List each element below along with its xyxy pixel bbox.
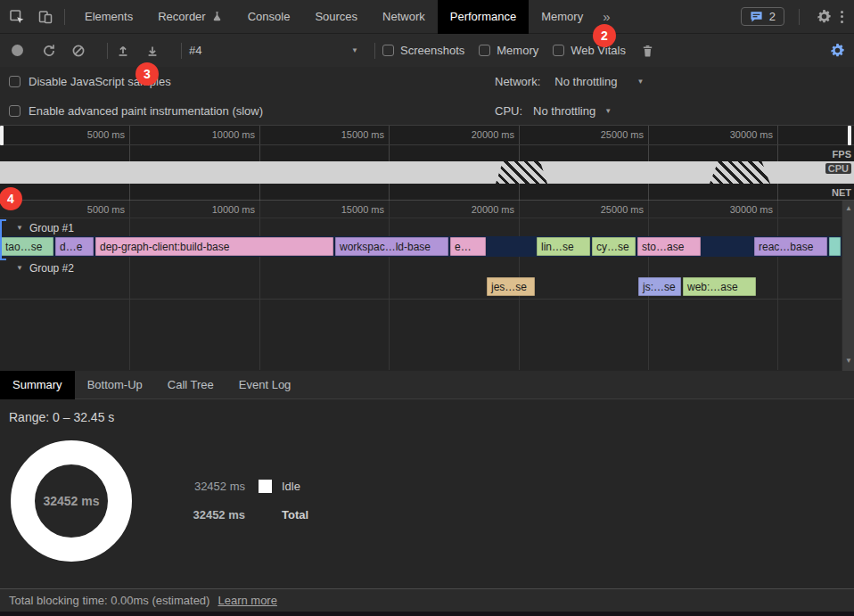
flame-chart[interactable]: 5000 ms10000 ms15000 ms20000 ms25000 ms3…	[0, 201, 854, 371]
flame-bar[interactable]: jes…se	[487, 277, 535, 296]
legend-value: 32452 ms	[183, 480, 245, 493]
flame-bar[interactable]: d…e	[55, 237, 94, 256]
history-select[interactable]: #4 ▼	[189, 44, 358, 57]
net-lane-label: NET	[832, 187, 851, 198]
ruler-tick-label: 5000 ms	[53, 129, 125, 140]
timeline-overview[interactable]: 5000 ms10000 ms15000 ms20000 ms25000 ms3…	[0, 126, 854, 201]
overlay-badge[interactable]: 2	[593, 24, 616, 47]
checkbox[interactable]	[553, 45, 564, 56]
checkbox[interactable]	[382, 45, 394, 56]
scroll-up-icon[interactable]: ▲	[842, 204, 854, 212]
reload-and-record-icon[interactable]	[41, 43, 57, 59]
collapse-triangle-icon[interactable]: ▼	[16, 264, 23, 272]
group-name: Group #1	[29, 222, 74, 234]
flame-bar[interactable]: lin…se	[537, 237, 590, 256]
flame-bar[interactable]: e…	[450, 237, 486, 256]
overview-right-handle[interactable]	[848, 126, 851, 145]
flame-bar[interactable]: js:…se	[638, 277, 681, 296]
chevron-down-icon: ▼	[351, 46, 358, 54]
ruler-tick-label: 5000 ms	[53, 204, 125, 215]
tab-memory[interactable]: Memory	[529, 0, 595, 34]
tab-performance[interactable]: Performance	[438, 0, 529, 34]
tab-event-log[interactable]: Event Log	[226, 371, 304, 399]
group-2-header[interactable]: ▼ Group #2	[0, 259, 842, 276]
fps-lane-label: FPS	[833, 149, 851, 160]
tab-label: Memory	[541, 0, 583, 34]
flame-bar[interactable]: web:…ase	[683, 277, 756, 296]
legend-row-total: 32452 ms Total	[183, 508, 308, 522]
legend-value: 32452 ms	[183, 508, 245, 522]
overlay-badge[interactable]: 4	[0, 187, 22, 210]
tab-label: Sources	[315, 0, 357, 34]
flame-scrollbar[interactable]: ▲ ▼	[842, 201, 854, 371]
flame-bar[interactable]: workspac…ld-base	[335, 237, 448, 256]
network-throttling-select[interactable]: Network: No throttling ▼	[495, 67, 644, 96]
flame-bar[interactable]: cy…se	[592, 237, 636, 256]
group-name: Group #2	[29, 262, 74, 275]
web-vitals-checkbox[interactable]: Web Vitals	[553, 44, 626, 57]
flame-bar-label: web:…ase	[683, 281, 738, 293]
inspect-element-icon[interactable]	[5, 5, 29, 29]
tab-elements[interactable]: Elements	[72, 0, 145, 34]
devtools-window: Elements Recorder Console Sources Networ…	[0, 0, 854, 616]
screenshots-checkbox[interactable]: Screenshots	[382, 44, 464, 57]
cpu-lane-label: CPU	[825, 163, 851, 174]
divider	[799, 9, 800, 25]
group-2-track[interactable]: jes…sejs:…seweb:…ase	[0, 276, 842, 297]
tab-sources[interactable]: Sources	[302, 0, 370, 34]
flame-bar[interactable]: reac…base	[754, 237, 827, 256]
checkbox[interactable]	[479, 45, 490, 56]
learn-more-link[interactable]: Learn more	[218, 594, 276, 607]
flame-bar-label: sto…ase	[637, 241, 684, 253]
detail-tab-bar: Summary Bottom-Up Call Tree Event Log	[0, 371, 854, 399]
trash-icon[interactable]	[640, 43, 656, 59]
experiment-flask-icon	[211, 11, 223, 22]
ruler-tick-label: 30000 ms	[702, 129, 773, 140]
tab-recorder[interactable]: Recorder	[145, 0, 234, 34]
record-button[interactable]	[12, 45, 23, 56]
checkbox-label: Enable advanced paint instrumentation (s…	[29, 104, 263, 118]
tab-summary[interactable]: Summary	[0, 371, 75, 399]
group-1-header[interactable]: ▼ Group #1	[0, 219, 842, 236]
group-1-track[interactable]: tao…sed…edep-graph-client:build-basework…	[0, 236, 842, 257]
checkbox[interactable]	[9, 105, 21, 117]
tab-label: Performance	[450, 0, 516, 34]
tab-label: Elements	[85, 0, 133, 34]
memory-checkbox[interactable]: Memory	[479, 44, 538, 57]
chevron-down-icon: ▼	[636, 78, 644, 86]
tab-call-tree[interactable]: Call Tree	[155, 371, 226, 399]
overview-ruler: 5000 ms10000 ms15000 ms20000 ms25000 ms3…	[0, 126, 854, 145]
console-messages-button[interactable]: 2	[741, 7, 784, 26]
divider	[64, 9, 65, 25]
overview-left-handle[interactable]	[0, 126, 4, 145]
tab-bottom-up[interactable]: Bottom-Up	[75, 371, 155, 399]
device-toolbar-icon[interactable]	[34, 5, 57, 29]
total-blocking-time-text: Total blocking time: 0.00ms (estimated)	[9, 594, 209, 607]
collapse-triangle-icon[interactable]: ▼	[16, 224, 23, 232]
tab-network[interactable]: Network	[370, 0, 438, 34]
window-edge	[0, 612, 854, 616]
load-profile-icon[interactable]	[115, 43, 131, 59]
ruler-tick-label: 25000 ms	[572, 204, 644, 215]
flame-bar[interactable]: sto…ase	[637, 237, 701, 256]
flame-bar[interactable]	[829, 237, 841, 256]
cpu-throttling-select[interactable]: CPU: No throttling ▼	[495, 96, 612, 126]
selection-bracket	[0, 219, 6, 260]
tab-console[interactable]: Console	[235, 0, 303, 34]
range-label: Range: 0 – 32.45 s	[9, 410, 114, 424]
overlay-badge[interactable]: 3	[135, 62, 159, 86]
flame-bar[interactable]: dep-graph-client:build-base	[95, 237, 333, 256]
cpu-busy-hatch	[496, 161, 547, 184]
save-profile-icon[interactable]	[144, 43, 160, 59]
checkbox[interactable]	[9, 76, 21, 87]
performance-toolbar: #4 ▼ Screenshots Memory Web Vitals	[0, 34, 854, 67]
more-tabs-chevron[interactable]: »	[595, 9, 617, 24]
advanced-paint-checkbox[interactable]: Enable advanced paint instrumentation (s…	[9, 96, 263, 126]
network-label: Network:	[495, 75, 540, 88]
clear-icon[interactable]	[70, 43, 86, 59]
settings-gear-icon[interactable]	[812, 5, 835, 29]
capture-settings-gear-icon[interactable]	[829, 43, 845, 59]
flame-bar[interactable]: tao…se	[1, 237, 53, 256]
kebab-menu-icon[interactable]	[835, 11, 854, 23]
scroll-down-icon[interactable]: ▼	[842, 357, 854, 365]
